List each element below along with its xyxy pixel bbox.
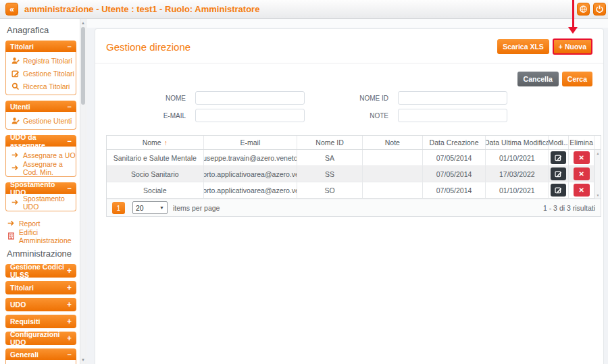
- cell-data-creazione: 07/05/2014: [423, 150, 486, 165]
- collapse-minus-icon[interactable]: −: [68, 103, 72, 111]
- sidebar-item-registra-titolari[interactable]: Registra Titolari: [6, 54, 76, 67]
- sidebar-item-label: Gestione Utenti: [23, 117, 72, 125]
- main-top-strip: [87, 19, 608, 28]
- sidebar-section-udo[interactable]: UDO +: [5, 298, 76, 311]
- sort-ascending-icon: ↑: [164, 138, 168, 147]
- cell-nome-id: SS: [297, 166, 363, 182]
- search-form: NOME NOME ID E-MAIL NOTE: [106, 89, 592, 124]
- sidebar-section-gestione-codici-ulss[interactable]: Gestione Codici ULSS +: [5, 264, 76, 278]
- section-title: Generali: [10, 350, 39, 359]
- cell-nome: Sanitario e Salute Mentale: [107, 150, 204, 165]
- cancella-button[interactable]: Cancella: [517, 72, 559, 86]
- collapse-minus-icon[interactable]: −: [68, 350, 72, 359]
- sidebar-item-label: Assegnare a Cod. Min.: [23, 160, 76, 176]
- note-input[interactable]: [398, 109, 507, 122]
- nome-input[interactable]: [195, 91, 305, 105]
- table-header-row: Nome ↑ E-mail Nome ID Note Data Creazion…: [107, 136, 601, 150]
- delete-row-button[interactable]: ✕: [574, 184, 590, 197]
- cell-nome: Sociale: [107, 182, 204, 198]
- cell-email: supporto.applicativoarea@azero.vene...: [204, 182, 298, 198]
- sidebar-section-requisiti[interactable]: Requisiti +: [5, 315, 76, 328]
- logout-button[interactable]: [593, 3, 606, 16]
- cell-note: [363, 166, 423, 182]
- sidebar-item-label: Ricerca Titolari: [23, 82, 70, 90]
- collapse-minus-icon[interactable]: −: [68, 184, 72, 192]
- edit-row-button[interactable]: [551, 184, 566, 197]
- sidebar-scrollbar[interactable]: ▲ ▼: [80, 19, 86, 364]
- sidebar-section-spostamento-udo: Spostamento UDO − Spostamento UDO: [5, 182, 76, 211]
- sidebar-section-header-udo-da-assegnare[interactable]: UDO da assegnare −: [5, 135, 76, 147]
- page-size-value: 20: [136, 204, 144, 212]
- column-header-nome[interactable]: Nome ↑: [107, 136, 204, 149]
- expand-plus-icon[interactable]: +: [67, 266, 72, 276]
- sidebar-item-gestione-utenti[interactable]: Gestione Utenti: [6, 114, 76, 127]
- cell-data-ultima-modifica: 01/10/2021: [486, 150, 549, 165]
- expand-plus-icon[interactable]: +: [67, 283, 72, 292]
- nuova-button[interactable]: + Nuova: [553, 38, 592, 55]
- sidebar-item-ricerca-titolari[interactable]: Ricerca Titolari: [6, 80, 76, 93]
- column-header-data-creazione[interactable]: Data Creazione: [423, 136, 486, 149]
- arrow-right-icon: [11, 151, 20, 159]
- scroll-up-icon[interactable]: ▲: [80, 20, 86, 26]
- section-title: Utenti: [10, 103, 30, 111]
- sidebar-collapse-button[interactable]: «: [5, 3, 18, 16]
- globe-icon: [579, 5, 588, 14]
- column-header-note[interactable]: Note: [363, 136, 423, 149]
- page-1-button[interactable]: 1: [112, 202, 125, 214]
- column-header-data-ultima-modifica[interactable]: Data Ultima Modifica: [486, 136, 549, 149]
- scarica-xls-button[interactable]: Scarica XLS: [497, 39, 549, 54]
- edit-row-button[interactable]: [551, 167, 566, 180]
- arrow-right-icon: [11, 199, 20, 207]
- sidebar-item-gestione-titolari[interactable]: Gestione Titolari: [6, 67, 76, 80]
- sidebar-item-edifici-amministrazione[interactable]: Edifici Amministrazione: [2, 230, 80, 242]
- scroll-up-icon[interactable]: ▲: [595, 151, 601, 155]
- section-title: Requisiti: [10, 317, 40, 326]
- expand-plus-icon[interactable]: +: [67, 334, 72, 343]
- table-scrollbar[interactable]: ▲ ▼: [594, 150, 601, 199]
- note-label: NOTE: [305, 112, 388, 120]
- sidebar-section-header-generali[interactable]: Generali −: [5, 348, 76, 360]
- expand-plus-icon[interactable]: +: [67, 317, 72, 326]
- sidebar-item-spostamento-udo[interactable]: Spostamento UDO: [6, 196, 76, 209]
- sidebar-group-anagrafica: Anagrafica: [7, 25, 80, 35]
- collapse-minus-icon[interactable]: −: [68, 43, 72, 51]
- nome-label: NOME: [106, 95, 186, 102]
- sidebar-section-header-titolari[interactable]: Titolari −: [5, 41, 76, 52]
- expand-plus-icon[interactable]: +: [67, 300, 72, 309]
- section-title: Gestione Codici ULSS: [10, 263, 67, 279]
- content-card: Gestione direzione Scarica XLS + Nuova C…: [95, 28, 604, 364]
- column-header-nome-id[interactable]: Nome ID: [297, 136, 363, 149]
- arrow-right-icon: [11, 164, 20, 172]
- page-size-select[interactable]: 20 ▼: [132, 201, 168, 214]
- column-header-email[interactable]: E-mail: [204, 136, 298, 149]
- sidebar-section-header-spostamento-udo[interactable]: Spostamento UDO −: [5, 182, 76, 194]
- pencil-square-icon: [555, 170, 562, 178]
- top-bar: « amministrazione - Utente : test1 - Ruo…: [0, 0, 608, 19]
- table-row: Sociale supporto.applicativoarea@azero.v…: [107, 182, 601, 199]
- email-label: E-MAIL: [106, 112, 186, 120]
- delete-row-button[interactable]: ✕: [574, 167, 590, 180]
- delete-row-button[interactable]: ✕: [574, 151, 590, 164]
- globe-button[interactable]: [577, 3, 590, 16]
- scroll-down-icon[interactable]: ▼: [595, 193, 601, 197]
- building-icon: [7, 232, 16, 240]
- sidebar-section-configurazioni-udo[interactable]: Configurazioni UDO +: [5, 332, 76, 345]
- sidebar-item-label: Registra Titolari: [23, 57, 72, 65]
- sidebar-item-label: Spostamento UDO: [23, 194, 76, 211]
- sidebar-section-titolari-admin[interactable]: Titolari +: [5, 281, 76, 294]
- directions-table: Nome ↑ E-mail Nome ID Note Data Creazion…: [106, 135, 601, 217]
- scrollbar-thumb[interactable]: [81, 27, 85, 105]
- app-title: amministrazione - Utente : test1 - Ruolo…: [24, 4, 259, 14]
- cerca-button[interactable]: Cerca: [562, 72, 592, 86]
- scroll-down-icon[interactable]: ▼: [80, 357, 86, 363]
- edit-row-button[interactable]: [551, 151, 566, 164]
- email-input[interactable]: [195, 109, 305, 122]
- nome-id-input[interactable]: [398, 91, 507, 105]
- sidebar-section-titolari: Titolari − Registra Titolari Gestione Ti…: [5, 41, 76, 95]
- sidebar-item-assegnare-a-cod-min[interactable]: Assegnare a Cod. Min.: [6, 161, 76, 174]
- table-row: Socio Sanitario supporto.applicativoarea…: [107, 166, 601, 182]
- divider: [95, 63, 603, 63]
- sidebar-section-header-utenti[interactable]: Utenti −: [5, 101, 76, 112]
- collapse-minus-icon[interactable]: −: [68, 137, 72, 145]
- cell-email: supporto.applicativoarea@azero.vene...: [204, 166, 298, 182]
